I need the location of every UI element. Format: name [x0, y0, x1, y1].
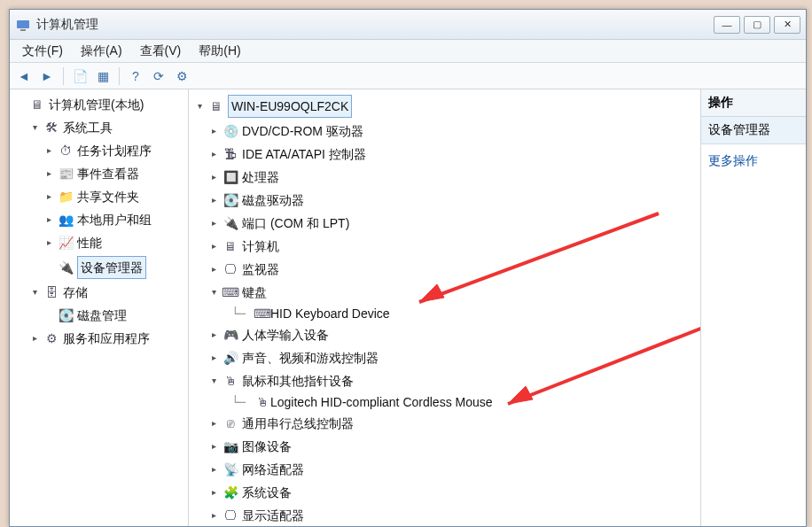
tree-task-scheduler[interactable]: ▸ ⏱ 任务计划程序: [40, 139, 186, 162]
device-system-devices[interactable]: ▸ 🧩 系统设备: [205, 481, 699, 504]
expand-icon[interactable]: ▸: [208, 441, 219, 452]
device-label: 端口 (COM 和 LPT): [242, 213, 349, 233]
device-network[interactable]: ▸ 📡 网络适配器: [205, 458, 699, 481]
event-icon: 📰: [58, 166, 74, 182]
device-hid[interactable]: ▸ 🎮 人体学输入设备: [205, 323, 699, 346]
expand-icon[interactable]: ▸: [208, 172, 219, 182]
back-button[interactable]: ◄: [13, 66, 35, 86]
refresh-button[interactable]: ⚙: [171, 66, 192, 86]
toolbar-separator: [63, 67, 64, 85]
expand-icon[interactable]: ▸: [29, 333, 40, 344]
device-monitors[interactable]: ▸ 🖵 监视器: [205, 258, 699, 281]
close-button[interactable]: ✕: [774, 16, 800, 34]
actions-more-link[interactable]: 更多操作: [701, 144, 806, 178]
system-device-icon: 🧩: [223, 484, 238, 500]
device-computers[interactable]: ▸ 🖥 计算机: [205, 235, 699, 258]
collapse-icon[interactable]: ▾: [29, 122, 40, 133]
tree-device-manager[interactable]: ▸ 🔌 设备管理器: [40, 254, 186, 281]
tree-performance[interactable]: ▸ 📈 性能: [40, 231, 186, 254]
device-dvd[interactable]: ▸ 💿 DVD/CD-ROM 驱动器: [205, 120, 699, 143]
expand-icon[interactable]: ▸: [208, 487, 219, 498]
expand-icon[interactable]: ▸: [208, 329, 219, 340]
collapse-icon[interactable]: ▾: [208, 287, 219, 298]
svg-rect-0: [17, 20, 29, 28]
expand-icon[interactable]: ▸: [208, 464, 219, 475]
properties-button[interactable]: ▦: [92, 66, 113, 86]
device-display[interactable]: ▸ 🖵 显示适配器: [205, 504, 699, 526]
expand-icon[interactable]: ▸: [43, 145, 54, 156]
device-label: 磁盘驱动器: [242, 190, 304, 210]
expand-icon[interactable]: ▸: [208, 149, 219, 159]
device-tree: ▾ 🖥 WIN-EU99OQLF2CK ▸ 💿 DVD/CD-ROM 驱动器 ▸…: [191, 93, 699, 526]
tree-branch-icon: └─: [231, 304, 254, 323]
port-icon: 🔌: [223, 215, 238, 231]
device-label: 声音、视频和游戏控制器: [242, 348, 379, 368]
scan-icon: ⟳: [153, 69, 164, 83]
device-mice[interactable]: ▾ 🖱 鼠标和其他指针设备: [205, 369, 699, 392]
device-usb[interactable]: ▸ ⎚ 通用串行总线控制器: [205, 412, 699, 435]
expand-icon[interactable]: ▸: [43, 191, 54, 202]
expand-icon[interactable]: ▸: [43, 168, 54, 179]
device-label: DVD/CD-ROM 驱动器: [242, 121, 363, 141]
disk-icon: 💽: [58, 307, 74, 323]
device-keyboard-child[interactable]: └─ ⌨ HID Keyboard Device: [205, 304, 699, 323]
app-icon: [15, 17, 31, 33]
expand-icon[interactable]: ▸: [208, 218, 219, 229]
tree-disk-mgmt[interactable]: ▸ 💽 磁盘管理: [40, 304, 186, 327]
device-imaging[interactable]: ▸ 📷 图像设备: [205, 435, 699, 458]
minimize-button[interactable]: —: [714, 16, 740, 34]
expand-icon[interactable]: ▸: [208, 264, 219, 275]
up-button[interactable]: 📄: [69, 66, 90, 86]
device-ports[interactable]: ▸ 🔌 端口 (COM 和 LPT): [205, 212, 699, 235]
svg-rect-1: [20, 29, 26, 31]
tree-root[interactable]: ▸ 🖥 计算机管理(本地): [12, 93, 186, 116]
menu-help[interactable]: 帮助(H): [190, 42, 249, 61]
device-disk-drives[interactable]: ▸ 💽 磁盘驱动器: [205, 189, 699, 212]
forward-button[interactable]: ►: [36, 66, 58, 86]
actions-subheader: 设备管理器: [701, 117, 806, 144]
computer-mgmt-icon: 🖥: [29, 97, 45, 112]
device-manager-icon: 🔌: [58, 260, 74, 275]
tree-shared-folders[interactable]: ▸ 📁 共享文件夹: [40, 185, 186, 208]
tree-label: 性能: [77, 233, 102, 252]
nav-tree: ▸ 🖥 计算机管理(本地) ▾ 🛠 系统工具: [12, 93, 186, 350]
scan-button[interactable]: ⟳: [148, 66, 169, 86]
expand-icon[interactable]: ▸: [208, 126, 219, 136]
pc-icon: 🖥: [223, 238, 238, 254]
collapse-icon[interactable]: ▾: [194, 101, 205, 112]
expand-icon[interactable]: ▸: [208, 195, 219, 205]
expand-icon[interactable]: ▸: [208, 353, 219, 363]
maximize-button[interactable]: ▢: [744, 16, 770, 34]
device-label: 键盘: [242, 283, 267, 302]
expand-icon[interactable]: ▸: [43, 214, 54, 225]
tree-local-users[interactable]: ▸ 👥 本地用户和组: [40, 208, 186, 231]
tree-system-tools[interactable]: ▾ 🛠 系统工具: [26, 116, 186, 139]
device-processors[interactable]: ▸ 🔲 处理器: [205, 166, 699, 189]
expand-icon[interactable]: ▸: [208, 418, 219, 429]
device-sound[interactable]: ▸ 🔊 声音、视频和游戏控制器: [205, 346, 699, 369]
device-mouse-child[interactable]: └─ 🖱 Logitech HID-compliant Cordless Mou…: [205, 392, 699, 412]
collapse-icon[interactable]: ▾: [29, 287, 40, 298]
menu-view[interactable]: 查看(V): [131, 42, 191, 61]
help-button[interactable]: ?: [125, 66, 146, 86]
tree-services[interactable]: ▸ ⚙ 服务和应用程序: [26, 327, 186, 350]
device-root[interactable]: ▾ 🖥 WIN-EU99OQLF2CK: [191, 93, 699, 120]
expand-icon[interactable]: ▸: [43, 237, 54, 248]
tree-storage[interactable]: ▾ 🗄 存储: [26, 281, 186, 304]
expand-icon[interactable]: ▸: [208, 241, 219, 252]
keyboard-icon: ⌨: [254, 306, 270, 322]
device-label: 处理器: [242, 167, 279, 187]
sound-icon: 🔊: [223, 350, 238, 366]
services-icon: ⚙: [43, 330, 59, 346]
menu-action[interactable]: 操作(A): [72, 42, 131, 61]
device-keyboards[interactable]: ▾ ⌨ 键盘: [205, 281, 699, 304]
expand-icon[interactable]: ▸: [208, 510, 219, 521]
device-ide[interactable]: ▸ 🗜 IDE ATA/ATAPI 控制器: [205, 143, 699, 166]
tree-event-viewer[interactable]: ▸ 📰 事件查看器: [40, 162, 186, 185]
menu-file[interactable]: 文件(F): [13, 42, 72, 61]
keyboard-icon: ⌨: [223, 284, 238, 300]
toolbar-separator: [119, 67, 120, 85]
back-icon: ◄: [18, 69, 30, 83]
tree-label: 本地用户和组: [77, 210, 152, 229]
collapse-icon[interactable]: ▾: [208, 376, 219, 386]
